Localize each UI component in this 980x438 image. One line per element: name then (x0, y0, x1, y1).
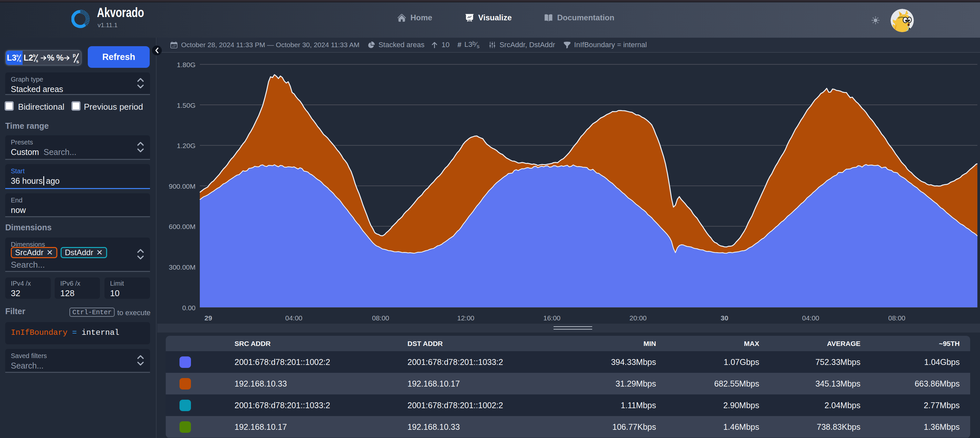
svg-text:04:00: 04:00 (285, 314, 303, 322)
svg-text:b: b (33, 53, 35, 58)
svg-text:08:00: 08:00 (372, 314, 390, 322)
svg-text:04:00: 04:00 (802, 314, 819, 322)
svg-text:900.00M: 900.00M (169, 183, 196, 190)
svg-text:16:00: 16:00 (543, 314, 561, 322)
svg-text:s: s (36, 58, 38, 63)
svg-text:0.00: 0.00 (182, 304, 196, 312)
svg-text:29: 29 (204, 314, 212, 322)
svg-text:1.20G: 1.20G (177, 142, 196, 150)
svg-text:20:00: 20:00 (630, 314, 647, 322)
svg-text:300.00M: 300.00M (169, 263, 196, 271)
svg-text:b: b (16, 53, 19, 57)
svg-text:1.50G: 1.50G (177, 102, 196, 109)
svg-text:08:00: 08:00 (888, 314, 906, 322)
svg-text:12:00: 12:00 (457, 314, 475, 322)
svg-text:600.00M: 600.00M (169, 223, 196, 230)
svg-text:s: s (19, 59, 21, 62)
svg-text:30: 30 (721, 314, 728, 322)
svg-text:1.80G: 1.80G (177, 61, 196, 68)
svg-text:p: p (73, 53, 76, 58)
svg-text:s: s (76, 59, 79, 64)
